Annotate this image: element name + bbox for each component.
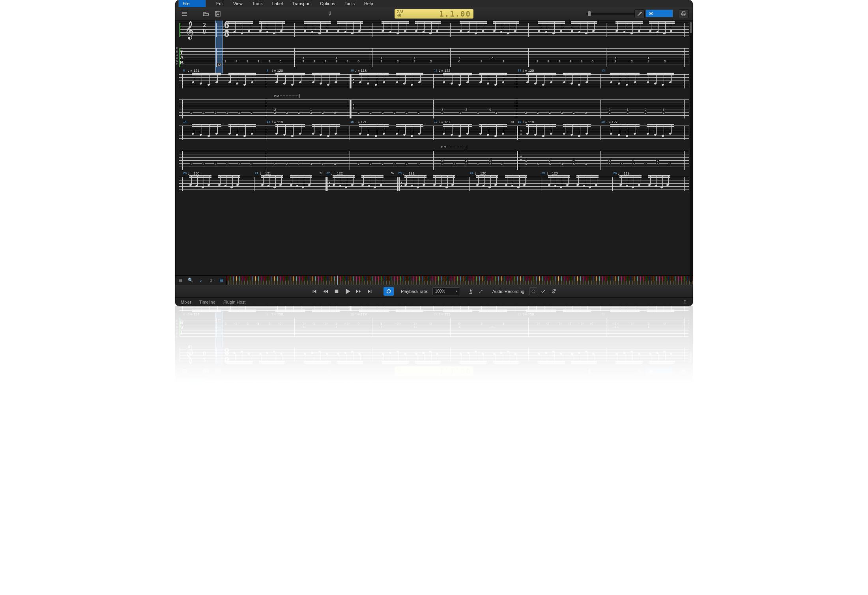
record-icon[interactable] [529,287,537,295]
fret-number[interactable]: 3 [561,111,563,114]
fret-number[interactable]: 2 [441,111,443,114]
fret-number[interactable]: 2 [380,60,382,63]
fret-number[interactable]: 2 [580,322,582,325]
fret-number[interactable]: 2 [480,60,483,63]
fastfwd-icon[interactable] [354,287,363,296]
tempo-icon[interactable]: -3- [206,276,216,285]
fret-number[interactable]: 2 [302,60,305,63]
stop-icon[interactable] [332,287,341,296]
scrollbar-thumb[interactable] [690,352,692,363]
fret-number[interactable]: 2 [369,111,372,114]
fret-number[interactable]: 3 [310,111,312,114]
fret-number[interactable]: 2 [346,322,348,325]
pencil-icon[interactable] [634,367,645,376]
fret-number[interactable]: 3 [257,60,260,63]
fret-number[interactable]: 5 [537,162,539,166]
loop-icon[interactable] [383,287,394,296]
save-icon[interactable] [213,367,223,376]
skip-end-icon[interactable] [365,287,374,296]
status-tab-plugin-host[interactable]: Plugin Host [223,300,245,304]
fret-number[interactable]: 2 [202,162,204,166]
fret-number[interactable]: 2 [630,322,633,325]
zoom-slider[interactable] [586,370,642,372]
fret-number[interactable]: 2 [324,60,327,63]
fret-number[interactable]: 5 [608,162,611,166]
fret-number[interactable]: 0 [491,325,494,328]
menu-view[interactable]: View [229,378,247,385]
countin-icon[interactable]: ♪» [477,287,485,296]
fret-number[interactable]: 2 [369,162,372,166]
fret-number[interactable]: 3 [257,322,260,325]
menu-view[interactable]: View [229,0,247,7]
fret-number[interactable]: 2 [235,60,238,63]
tuning-fork-icon[interactable] [325,9,335,19]
fret-number[interactable]: 0 [417,162,420,166]
fret-number[interactable]: 1 [380,325,382,328]
fret-number[interactable]: 2 [190,162,193,166]
open-icon[interactable] [201,367,211,376]
fret-number[interactable]: 5 [632,162,635,166]
menu-options[interactable]: Options [316,0,339,7]
check-icon[interactable] [539,287,548,296]
fret-number[interactable]: 2 [302,322,305,325]
fret-number[interactable]: 2 [614,325,616,328]
upload-icon[interactable] [683,299,687,305]
playback-rate-select[interactable]: 100%▾ [432,287,460,295]
rewind-icon[interactable] [321,287,330,296]
fret-number[interactable]: 2 [380,322,382,325]
fret-number[interactable]: 2 [537,111,539,114]
fret-number[interactable]: 2 [274,111,276,114]
score-view[interactable]: 𝄞28= 40682= 1213= 1204= 1225= 1176= 1217… [175,21,693,275]
fret-number[interactable]: 0 [591,322,593,325]
fret-number[interactable]: 1 [647,325,649,328]
fret-number[interactable]: 5 [656,162,658,166]
fret-number[interactable]: 2 [238,162,240,166]
skip-start-icon[interactable] [310,287,319,296]
fret-number[interactable]: 2 [224,60,226,63]
fret-number[interactable]: 3 [393,111,396,114]
fret-number[interactable]: 3 [335,60,338,63]
scrollbar-track[interactable] [690,22,692,282]
fret-number[interactable]: 2 [547,60,550,63]
menu-transport[interactable]: Transport [288,0,315,7]
fret-number[interactable]: 1 [335,325,338,328]
fret-number[interactable]: 0 [491,56,494,60]
fret-number[interactable]: 2 [238,111,240,114]
fret-number[interactable]: 2 [397,60,399,63]
grid-icon[interactable]: ▦ [175,276,185,285]
fret-number[interactable]: 3 [664,60,666,63]
fret-number[interactable]: 0 [458,60,460,63]
hamburger-icon[interactable] [180,9,189,19]
metronome-icon[interactable] [466,287,475,296]
save-icon[interactable] [213,9,223,19]
fret-number[interactable]: 2 [458,325,460,328]
fret-number[interactable]: 5 [525,162,527,166]
fret-number[interactable]: 3 [662,111,665,114]
fret-number[interactable]: 0 [334,111,336,114]
fret-number[interactable]: 2 [346,60,348,63]
fret-number[interactable]: 3 [335,322,338,325]
eye-icon[interactable] [645,368,673,376]
fret-number[interactable]: 2 [536,60,539,63]
menu-track[interactable]: Track [248,0,267,7]
menu-edit[interactable]: Edit [212,0,228,7]
menu-file[interactable]: File [178,377,206,385]
fret-number[interactable]: 3 [569,60,572,63]
fret-number[interactable]: 0 [501,162,503,166]
fret-number[interactable]: 3 [430,322,432,325]
fret-number[interactable]: 2 [357,111,360,114]
fret-number[interactable]: 0 [417,111,420,114]
menu-edit[interactable]: Edit [212,378,228,385]
fret-number[interactable]: 0 [458,322,460,325]
zoom-slider[interactable] [586,13,642,15]
fret-number[interactable]: 3 [569,322,572,325]
open-icon[interactable] [201,9,211,19]
fret-number[interactable]: 3 [393,162,396,166]
fret-number[interactable]: 2 [302,325,305,328]
scrollbar-track[interactable] [690,306,692,363]
fret-number[interactable]: 0 [668,162,671,166]
mic-settings-icon[interactable] [549,287,558,296]
fret-number[interactable]: 2 [324,322,327,325]
fret-number[interactable]: 2 [357,162,360,166]
fret-number[interactable]: 0 [279,60,282,63]
